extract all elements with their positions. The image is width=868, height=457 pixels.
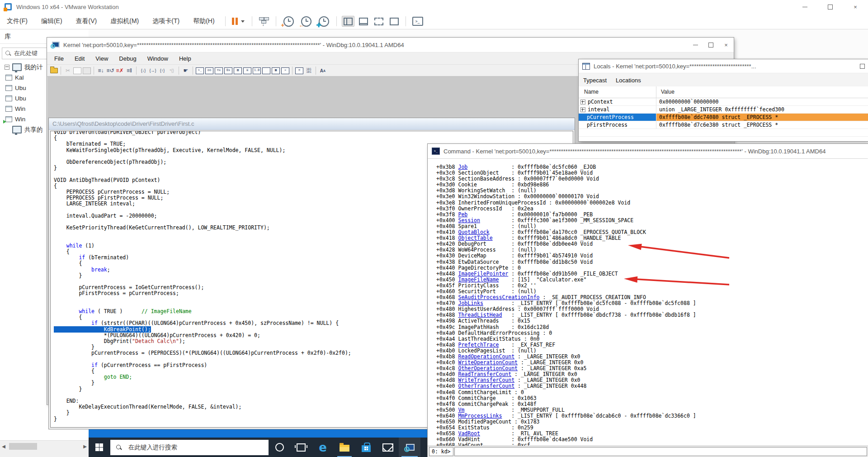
pause-dropdown-icon[interactable] [241,20,245,23]
windbg-menu-view[interactable]: View [90,55,113,62]
windbg-menu-debug[interactable]: Debug [113,55,142,62]
process-thread-window-button[interactable]: ▦ [271,67,280,75]
locals-row[interactable]: pCurrentProcess0xffffb08e`ddc74080 struc… [579,114,868,121]
go-button[interactable]: ≡↓ [96,67,105,75]
show-thumbnail-bar-toggle[interactable] [357,16,370,27]
unity-mode-button[interactable] [388,16,401,27]
column-header-value[interactable]: Value [656,86,868,98]
task-view-button[interactable] [290,438,312,457]
menu-typecast[interactable]: Typecast [579,77,611,84]
dml-field-link[interactable]: OtherTransferCount [458,383,514,389]
step-over-button[interactable]: {→} [148,67,157,75]
command-window-button[interactable]: >_ [195,67,204,75]
font-button[interactable]: AA [318,67,327,75]
dml-field-link[interactable]: Peb [458,211,467,218]
scrollbar-thumb[interactable] [9,443,37,450]
step-out-button[interactable]: {↑} [158,67,167,75]
dml-field-link[interactable]: ReadTransferCount [458,371,511,377]
dml-field-link[interactable]: PrefetchTrace [458,342,499,348]
dml-field-link[interactable]: ImageFilePointer [458,271,508,277]
kd-command-input[interactable] [454,447,867,456]
vmware-close-button[interactable]: × [843,0,868,14]
windbg-menu-help[interactable]: Help [174,55,197,62]
watch-window-button[interactable]: oo [205,67,214,75]
paste-button[interactable] [82,67,91,75]
console-view-button[interactable]: >_ [412,17,423,26]
locals-row[interactable]: intevalunion _LARGE_INTEGER 0xffffffff`f… [579,106,868,114]
open-source-file-button[interactable] [49,67,58,75]
windbg-menu-file[interactable]: File [49,55,69,62]
locals-row[interactable]: pFirstProcess0xffffb08e`d7c6e380 struct … [579,121,868,129]
locals-window-button[interactable]: ≡x [214,67,223,75]
vmware-maximize-button[interactable] [817,0,843,14]
restart-button[interactable]: ≡↺ [106,67,115,75]
command-output[interactable]: +0x3b8 Job : 0xffffb08e`dc5fc060 _EJOB+0… [428,158,868,446]
dml-field-link[interactable]: SeAuditProcessCreationInfo [458,294,539,300]
vmware-minimize-button[interactable] [792,0,817,14]
minimize-button[interactable] [688,38,703,52]
scroll-right-arrow[interactable]: ▶ [81,441,89,452]
windbg-menu-window[interactable]: Window [142,55,174,62]
file-explorer-button[interactable] [334,438,355,457]
close-button[interactable]: × [718,38,734,52]
taskbar-search-input[interactable]: 在此键入进行搜索 [110,440,269,455]
manage-snapshots-button[interactable]: ✚ [319,16,329,27]
dml-field-link[interactable]: ImageFileName [458,276,499,283]
vmware-menu-item-0[interactable]: 文件(F) [0,17,34,25]
dml-field-link[interactable]: ThreadListHead [458,312,502,318]
call-stack-window-button[interactable]: ≣ [243,67,252,75]
dml-field-link[interactable]: WriteOperationCount [458,359,518,366]
revert-snapshot-button[interactable]: ← [301,16,311,27]
insert-breakpoint-button[interactable]: ☛ [181,67,190,75]
expand-icon[interactable] [580,100,585,105]
dml-field-link[interactable]: ObjectTable [458,235,492,241]
vmware-menu-item-3[interactable]: 虚拟机(M) [104,17,146,25]
show-library-toggle[interactable] [342,16,354,27]
expander-icon[interactable] [5,65,9,70]
memory-window-button[interactable]: ▤ [233,67,242,75]
run-to-cursor-button[interactable]: *{} [167,67,176,75]
send-ctrl-alt-del-button[interactable]: ↓ [259,17,269,25]
source-window-titlebar[interactable]: C:\Users\Qfrost\Desktop\code\Driver\Firs… [49,118,575,130]
windbg-taskbar-button[interactable] [399,438,420,457]
scroll-left-arrow[interactable]: ◀ [0,441,7,452]
vmware-menu-item-1[interactable]: 编辑(E) [34,17,69,25]
break-button[interactable]: ≡‖ [125,67,134,75]
maximize-button[interactable] [703,38,718,52]
cut-button[interactable]: ✂ [63,67,72,75]
edge-button[interactable]: e [312,438,334,457]
locals-row[interactable]: pContext0x00000000`00000000 [579,98,868,106]
dml-field-link[interactable]: Session [458,217,480,224]
vmware-menu-item-4[interactable]: 选项卡(T) [146,17,186,25]
start-button[interactable] [89,438,109,457]
dml-field-link[interactable]: VadRoot [458,430,480,437]
assembly-options-button[interactable]: 101101 [304,67,313,75]
mail-button[interactable] [377,438,399,457]
registers-window-button[interactable]: 0x [224,67,233,75]
column-header-name[interactable]: Name [579,86,656,98]
restore-button[interactable] [856,59,868,73]
dml-field-link[interactable]: QuotaBlock [458,229,489,235]
locals-titlebar[interactable]: Locals - Kernel 'net:port=50010,key=****… [579,59,868,73]
dml-field-link[interactable]: WriteTransferCount [458,377,514,383]
menu-locations[interactable]: Locations [611,77,646,84]
vmware-menu-item-5[interactable]: 帮助(H) [186,17,221,25]
step-into-button[interactable]: {↓} [139,67,148,75]
copy-button[interactable] [73,67,82,75]
take-snapshot-button[interactable]: + [283,16,294,27]
command-titlebar[interactable]: >_ Command - Kernel 'net:port=50010,key=… [428,144,868,159]
windbg-titlebar[interactable]: Kernel 'net:port=50010,key=*************… [47,38,734,52]
stop-debugging-button[interactable]: ≡✗ [115,67,124,75]
dml-field-link[interactable]: Vm [458,407,464,413]
vmware-menu-item-2[interactable]: 查看(V) [69,17,104,25]
fullscreen-button[interactable] [373,16,385,27]
scratch-pad-button[interactable] [262,67,271,75]
dml-field-link[interactable]: MmProcessLinks [458,413,502,419]
cortana-button[interactable] [269,438,290,457]
pause-vm-button[interactable] [232,18,238,25]
expand-icon[interactable] [580,107,585,112]
windbg-menu-edit[interactable]: Edit [69,55,90,62]
command-browser-button[interactable]: » [281,67,290,75]
dml-field-link[interactable]: OtherOperationCount [458,365,518,371]
dml-field-link[interactable]: Job [458,164,467,170]
